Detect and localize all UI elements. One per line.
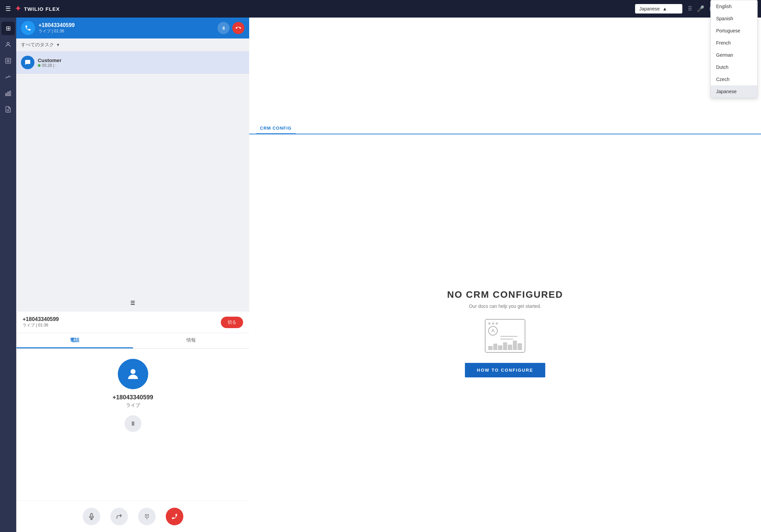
bar-5 bbox=[508, 345, 512, 350]
app-logo: ✦ TWILIO FLEX bbox=[15, 4, 60, 13]
detail-panel: +18043340599 ライブ | 01:36 切る 電話 情報 +18043… bbox=[16, 312, 249, 532]
online-indicator bbox=[38, 64, 41, 67]
detail-hangup-button[interactable]: 切る bbox=[221, 317, 243, 328]
svg-point-14 bbox=[146, 514, 147, 515]
svg-point-17 bbox=[146, 515, 147, 516]
bar-3 bbox=[498, 345, 502, 350]
dot-3 bbox=[496, 322, 498, 325]
dot-1 bbox=[488, 322, 491, 325]
call-icon bbox=[21, 21, 35, 35]
task-panel: +18043340599 ライブ | 01:36 ⏸ すべてのタスク ▼ Cus… bbox=[16, 18, 249, 532]
bar-1 bbox=[488, 346, 493, 350]
language-selector[interactable]: Japanese ▲ bbox=[635, 4, 682, 14]
sidebar-icon-list[interactable] bbox=[1, 54, 15, 68]
detail-status: ライブ | 01:36 bbox=[23, 322, 59, 328]
crm-tab-bar: CRM CONFIG bbox=[249, 119, 761, 134]
crm-avatar-circle bbox=[488, 326, 498, 336]
svg-point-18 bbox=[148, 515, 149, 516]
top-navbar: ☰ ✦ TWILIO FLEX Japanese ▲ ⠿ 🎤 LV Ludo V… bbox=[0, 0, 761, 18]
mute-control-btn[interactable] bbox=[83, 508, 100, 525]
svg-point-22 bbox=[146, 518, 147, 519]
dot-2 bbox=[492, 322, 494, 325]
sidebar-icon-chart-line[interactable] bbox=[1, 70, 15, 84]
detail-call-info: +18043340599 ライブ | 01:36 bbox=[23, 316, 59, 328]
task-list-header: すべてのタスク ▼ bbox=[16, 38, 249, 52]
nav-left: ☰ ✦ TWILIO FLEX bbox=[5, 4, 60, 13]
crm-subtitle: Our docs can help you get started. bbox=[469, 303, 541, 309]
end-call-btn[interactable] bbox=[166, 508, 183, 525]
crm-dots bbox=[486, 320, 525, 326]
task-icon bbox=[21, 56, 34, 69]
caller-avatar bbox=[118, 359, 148, 389]
crm-content: NO CRM CONFIGURED Our docs can help you … bbox=[249, 134, 761, 532]
svg-rect-6 bbox=[7, 92, 8, 96]
dropdown-arrow-icon: ▲ bbox=[662, 6, 678, 11]
tab-phone[interactable]: 電話 bbox=[17, 333, 133, 348]
lang-option-portuguese[interactable]: Portuguese bbox=[711, 25, 757, 37]
keypad-control-btn[interactable] bbox=[138, 508, 156, 525]
nav-icons: ⠿ 🎤 bbox=[688, 5, 704, 12]
svg-point-19 bbox=[145, 517, 146, 518]
microphone-icon[interactable]: 🎤 bbox=[697, 5, 704, 12]
sidebar-icon-bar-chart[interactable] bbox=[1, 86, 15, 100]
pause-button[interactable]: ⏸ bbox=[217, 22, 230, 34]
svg-point-15 bbox=[148, 514, 149, 515]
caller-number-large: +18043340599 bbox=[112, 394, 153, 401]
sidebar-icon-notes[interactable] bbox=[1, 103, 15, 116]
svg-rect-5 bbox=[6, 94, 7, 96]
crm-illustration bbox=[485, 319, 525, 353]
hamburger-menu-icon[interactable]: ☰ bbox=[5, 5, 11, 12]
detail-call-header: +18043340599 ライブ | 01:36 切る bbox=[17, 312, 249, 333]
svg-point-13 bbox=[145, 514, 146, 515]
crm-line-2 bbox=[500, 339, 513, 340]
hangup-button[interactable] bbox=[232, 22, 244, 34]
app-title: TWILIO FLEX bbox=[24, 6, 60, 12]
bar-4 bbox=[503, 342, 507, 350]
task-divider: ☰ bbox=[16, 294, 249, 312]
svg-rect-7 bbox=[9, 91, 10, 96]
svg-point-23 bbox=[492, 329, 494, 331]
task-customer-name: Customer bbox=[38, 57, 244, 63]
svg-point-16 bbox=[145, 515, 146, 516]
caller-status-label: ライブ bbox=[126, 402, 140, 408]
sidebar-icon-person[interactable] bbox=[1, 38, 15, 51]
language-dropdown: EnglishSpanishPortugueseFrenchGermanDutc… bbox=[710, 0, 758, 98]
crm-panel: CRM CONFIG NO CRM CONFIGURED Our docs ca… bbox=[249, 18, 761, 532]
call-controls bbox=[17, 501, 249, 532]
main-layout: ⊞ +18043340599 ライブ | 01:36 bbox=[0, 18, 761, 532]
call-actions: ⏸ bbox=[217, 22, 244, 34]
task-item[interactable]: Customer 05:28 | : bbox=[16, 52, 249, 74]
detail-number: +18043340599 bbox=[23, 316, 59, 322]
pause-control-button[interactable]: ⏸ bbox=[125, 415, 141, 432]
bar-6 bbox=[513, 341, 517, 350]
bar-7 bbox=[518, 343, 522, 350]
task-meta: 05:28 | : bbox=[38, 63, 244, 68]
active-call-header: +18043340599 ライブ | 01:36 ⏸ bbox=[16, 18, 249, 38]
crm-top-spacer bbox=[249, 18, 761, 119]
task-list-dropdown-icon[interactable]: ▼ bbox=[56, 43, 60, 47]
logo-icon: ✦ bbox=[15, 4, 21, 13]
sidebar: ⊞ bbox=[0, 18, 16, 532]
lang-option-german[interactable]: German bbox=[711, 49, 757, 61]
lang-option-japanese[interactable]: Japanese bbox=[711, 85, 757, 98]
divider-icon: ☰ bbox=[130, 300, 135, 306]
lang-option-french[interactable]: French bbox=[711, 37, 757, 49]
task-time: 05:28 | : bbox=[42, 63, 56, 68]
detail-tabs: 電話 情報 bbox=[17, 333, 249, 349]
svg-point-21 bbox=[148, 517, 149, 518]
sidebar-icon-layers[interactable]: ⊞ bbox=[1, 22, 15, 35]
grid-icon[interactable]: ⠿ bbox=[688, 5, 692, 12]
crm-title: NO CRM CONFIGURED bbox=[447, 289, 563, 300]
lang-option-czech[interactable]: Czech bbox=[711, 73, 757, 85]
task-spacer bbox=[16, 74, 249, 294]
bar-2 bbox=[493, 344, 498, 350]
lang-option-dutch[interactable]: Dutch bbox=[711, 61, 757, 73]
tab-info[interactable]: 情報 bbox=[133, 333, 250, 348]
tab-crm-config[interactable]: CRM CONFIG bbox=[256, 123, 296, 134]
transfer-control-btn[interactable] bbox=[110, 508, 128, 525]
task-details: Customer 05:28 | : bbox=[38, 57, 244, 68]
lang-option-english[interactable]: English bbox=[711, 0, 757, 12]
call-status: ライブ | 01:36 bbox=[38, 28, 214, 34]
how-to-configure-button[interactable]: HOW TO CONFIGURE bbox=[465, 363, 546, 377]
lang-option-spanish[interactable]: Spanish bbox=[711, 12, 757, 25]
